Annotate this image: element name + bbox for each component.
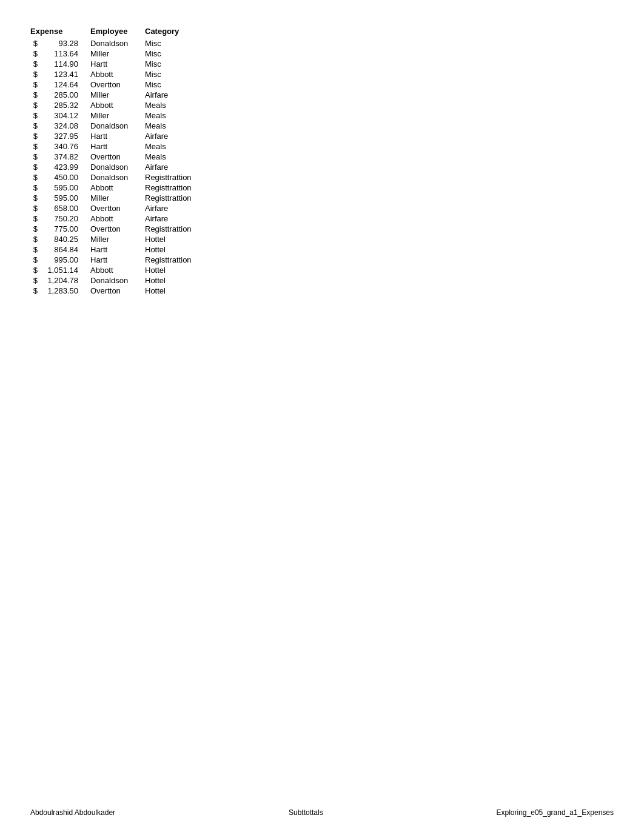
employee-name: Donaldson [86, 38, 140, 49]
expense-amount: 285.32 [40, 100, 86, 110]
expense-category: Registtrattion [140, 172, 614, 183]
expense-category: Registtrattion [140, 255, 614, 265]
currency-symbol: $ [30, 172, 40, 183]
table-row: $840.25MillerHottel [30, 234, 614, 244]
expense-amount: 304.12 [40, 110, 86, 121]
expense-category: Meals [140, 152, 614, 162]
expense-category: Hottel [140, 275, 614, 286]
employee-name: Hartt [86, 131, 140, 141]
table-row: $113.64MillerMisc [30, 49, 614, 59]
table-row: $124.64OverttonMisc [30, 79, 614, 90]
expense-amount: 450.00 [40, 172, 86, 183]
expense-category: Hottel [140, 286, 614, 296]
expense-amount: 840.25 [40, 234, 86, 244]
currency-symbol: $ [30, 213, 40, 224]
expense-category: Hottel [140, 265, 614, 275]
currency-symbol: $ [30, 162, 40, 172]
table-row: $285.00MillerAirfare [30, 90, 614, 100]
table-row: $423.99DonaldsonAirfare [30, 162, 614, 172]
employee-name: Donaldson [86, 162, 140, 172]
currency-symbol: $ [30, 183, 40, 193]
expense-amount: 285.00 [40, 90, 86, 100]
currency-symbol: $ [30, 59, 40, 69]
table-row: $595.00MillerRegisttrattion [30, 193, 614, 203]
currency-symbol: $ [30, 69, 40, 79]
employee-name: Hartt [86, 255, 140, 265]
footer-left: Abdoulrashid Abdoulkader [30, 808, 115, 817]
employee-name: Hartt [86, 59, 140, 69]
employee-name: Miller [86, 193, 140, 203]
expense-amount: 374.82 [40, 152, 86, 162]
employee-name: Abbott [86, 69, 140, 79]
expense-amount: 995.00 [40, 255, 86, 265]
expense-amount: 340.76 [40, 141, 86, 152]
expense-amount: 123.41 [40, 69, 86, 79]
employee-name: Overtton [86, 152, 140, 162]
currency-symbol: $ [30, 141, 40, 152]
expense-amount: 595.00 [40, 193, 86, 203]
expense-category: Airfare [140, 162, 614, 172]
employee-name: Miller [86, 110, 140, 121]
currency-symbol: $ [30, 193, 40, 203]
currency-symbol: $ [30, 275, 40, 286]
expense-amount: 114.90 [40, 59, 86, 69]
expense-amount: 658.00 [40, 203, 86, 213]
employee-name: Overtton [86, 79, 140, 90]
expense-amount: 324.08 [40, 121, 86, 131]
currency-symbol: $ [30, 265, 40, 275]
table-row: $285.32AbbottMeals [30, 100, 614, 110]
employee-name: Donaldson [86, 172, 140, 183]
expense-category: Airfare [140, 213, 614, 224]
table-row: $1,204.78DonaldsonHottel [30, 275, 614, 286]
employee-name: Abbott [86, 100, 140, 110]
expense-category: Misc [140, 59, 614, 69]
table-row: $123.41AbbottMisc [30, 69, 614, 79]
employee-name: Miller [86, 90, 140, 100]
currency-symbol: $ [30, 224, 40, 234]
expense-category: Meals [140, 121, 614, 131]
expense-amount: 423.99 [40, 162, 86, 172]
currency-symbol: $ [30, 286, 40, 296]
employee-name: Overtton [86, 203, 140, 213]
expense-category: Meals [140, 110, 614, 121]
expense-category: Meals [140, 100, 614, 110]
col-header-category: Category [140, 24, 614, 38]
expense-amount: 124.64 [40, 79, 86, 90]
expense-category: Hottel [140, 244, 614, 255]
expense-amount: 93.28 [40, 38, 86, 49]
table-row: $304.12MillerMeals [30, 110, 614, 121]
currency-symbol: $ [30, 152, 40, 162]
employee-name: Overtton [86, 286, 140, 296]
footer: Abdoulrashid Abdoulkader Subttottals Exp… [0, 808, 644, 817]
currency-symbol: $ [30, 131, 40, 141]
employee-name: Donaldson [86, 275, 140, 286]
expense-amount: 1,204.78 [40, 275, 86, 286]
currency-symbol: $ [30, 38, 40, 49]
expense-category: Airfare [140, 131, 614, 141]
employee-name: Abbott [86, 183, 140, 193]
expense-category: Misc [140, 69, 614, 79]
expense-amount: 1,283.50 [40, 286, 86, 296]
table-row: $750.20AbbottAirfare [30, 213, 614, 224]
employee-name: Donaldson [86, 121, 140, 131]
expense-amount: 775.00 [40, 224, 86, 234]
expense-category: Registtrattion [140, 193, 614, 203]
expense-category: Misc [140, 79, 614, 90]
currency-symbol: $ [30, 121, 40, 131]
table-row: $995.00HarttRegisttrattion [30, 255, 614, 265]
currency-symbol: $ [30, 234, 40, 244]
table-row: $327.95HarttAirfare [30, 131, 614, 141]
expense-amount: 750.20 [40, 213, 86, 224]
currency-symbol: $ [30, 49, 40, 59]
currency-symbol: $ [30, 79, 40, 90]
expense-table: ExpenseEmployeeCategory $93.28DonaldsonM… [30, 24, 614, 296]
expense-amount: 1,051.14 [40, 265, 86, 275]
currency-symbol: $ [30, 203, 40, 213]
table-row: $340.76HarttMeals [30, 141, 614, 152]
expense-amount: 864.84 [40, 244, 86, 255]
employee-name: Overtton [86, 224, 140, 234]
table-row: $775.00OverttonRegisttrattion [30, 224, 614, 234]
table-row: $93.28DonaldsonMisc [30, 38, 614, 49]
col-header-expense: Expense [30, 24, 86, 38]
footer-center: Subttottals [289, 808, 323, 817]
